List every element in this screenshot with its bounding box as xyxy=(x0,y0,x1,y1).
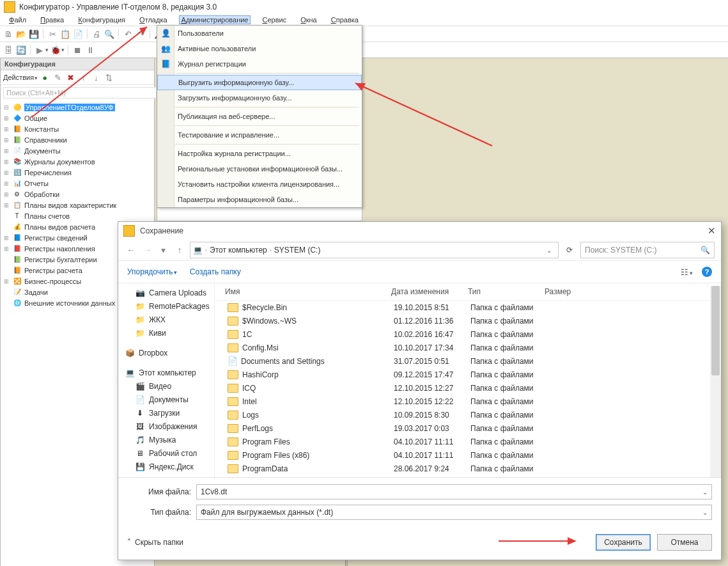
tree-row[interactable]: ⊞⚙Обработки xyxy=(1,189,154,200)
stop-icon[interactable]: ⏹ xyxy=(72,44,83,56)
close-icon[interactable]: ✕ xyxy=(708,225,716,237)
tree-row[interactable]: ⊞🔢Перечисления xyxy=(1,167,154,178)
file-row[interactable]: Config.Msi10.10.2017 17:34Папка с файлам… xyxy=(215,341,721,354)
col-size[interactable]: Размер xyxy=(545,287,596,296)
paste-icon[interactable]: 📄 xyxy=(72,28,84,40)
file-row[interactable]: Recovery01.06.2017 19:46Папка с файлами xyxy=(215,475,721,477)
add-icon[interactable]: ● xyxy=(39,72,50,83)
run-icon[interactable]: ▶ xyxy=(34,44,45,56)
sidebar-item[interactable]: 💾Яндекс.Диск xyxy=(118,460,214,473)
redo-icon[interactable]: ↷ xyxy=(135,28,146,40)
print-icon[interactable]: 🖨 xyxy=(91,28,102,40)
refresh-icon[interactable]: 🔄 xyxy=(15,44,27,56)
tree-row[interactable]: ⊞📄Документы xyxy=(1,145,154,156)
dd-item[interactable]: Параметры информационной базы... xyxy=(157,192,362,207)
filename-dropdown-icon[interactable]: ⌄ xyxy=(702,489,708,496)
dd-item[interactable]: Региональные установки информационной ба… xyxy=(157,161,362,177)
expand-icon[interactable]: ⊞ xyxy=(3,126,10,132)
sidebar-item[interactable]: 📄Документы xyxy=(118,393,214,406)
expand-icon[interactable]: ⊞ xyxy=(3,278,10,285)
back-icon[interactable]: ← xyxy=(125,245,137,255)
expand-icon[interactable]: ⊞ xyxy=(3,137,10,143)
file-row[interactable]: 1C10.02.2016 16:47Папка с файлами xyxy=(215,327,721,341)
dd-item[interactable]: 👤Пользователи xyxy=(157,26,362,41)
sidebar-item[interactable]: 💻Этот компьютер xyxy=(118,366,214,379)
tree-row[interactable]: ⊞📊Отчеты xyxy=(1,178,154,189)
sidebar-item[interactable]: ⬇Загрузки xyxy=(118,406,214,420)
dd-item[interactable]: 👥Активные пользователи xyxy=(157,41,362,56)
dd-item[interactable]: Публикация на веб-сервере... xyxy=(157,109,362,124)
sort-icon[interactable]: ⇅ xyxy=(103,72,114,83)
edit-icon[interactable]: ✎ xyxy=(52,72,63,83)
tree-row[interactable]: ⊞📗Справочники xyxy=(1,134,154,145)
new-icon[interactable]: 🗎 xyxy=(3,28,14,40)
menu-отладка[interactable]: Отладка xyxy=(137,15,170,24)
menu-администрирование[interactable]: Администрирование xyxy=(179,15,251,24)
sidebar-item[interactable]: 📁RemotePackages xyxy=(118,299,214,313)
compare-icon[interactable]: 🔍 xyxy=(104,28,115,40)
col-type[interactable]: Тип xyxy=(468,287,545,296)
organize-button[interactable]: Упорядочить ▾ xyxy=(127,267,177,276)
dd-item[interactable]: Тестирование и исправление... xyxy=(157,127,362,143)
expand-icon[interactable]: ⊞ xyxy=(3,246,10,252)
tree-row[interactable]: ⊟🟡УправлениеITОтделом8УФ xyxy=(1,102,154,113)
expand-icon[interactable]: ⊞ xyxy=(3,115,10,122)
help-icon[interactable]: ? xyxy=(702,267,712,277)
sidebar-item[interactable]: 📁ЖКХ xyxy=(118,313,214,326)
down-icon[interactable]: ↓ xyxy=(90,72,102,83)
menu-сервис[interactable]: Сервис xyxy=(259,15,289,24)
crumb-2[interactable]: SYSTEM (C:) xyxy=(274,246,321,255)
delete-icon[interactable]: ✖ xyxy=(65,72,76,83)
file-row[interactable]: ProgramData28.06.2017 9:24Папка с файлам… xyxy=(215,462,721,475)
db-icon[interactable]: 🗄 xyxy=(3,44,14,56)
up-icon[interactable]: ↑ xyxy=(77,72,89,83)
dd-item[interactable]: Установить настройки клиента лицензирова… xyxy=(157,177,362,192)
tree-row[interactable]: TПланы счетов xyxy=(1,210,154,221)
cut-icon[interactable]: ✂ xyxy=(47,28,58,40)
menu-правка[interactable]: Правка xyxy=(38,15,66,24)
up-folder-icon[interactable]: ↑ xyxy=(173,245,186,255)
sidebar-item[interactable]: 📦Dropbox xyxy=(118,346,214,359)
dialog-search[interactable]: Поиск: SYSTEM (C:) 🔍 xyxy=(580,242,715,258)
menu-окна[interactable]: Окна xyxy=(298,15,320,24)
open-icon[interactable]: 📂 xyxy=(15,28,27,40)
tree-row[interactable]: ⊞📙Константы xyxy=(1,123,154,134)
view-mode-button[interactable]: ☷ ▾ xyxy=(681,267,693,277)
sidebar-item[interactable]: 📷Camera Uploads xyxy=(118,286,214,299)
sidebar-item[interactable]: 📁Киви xyxy=(118,326,214,340)
crumb-1[interactable]: Этот компьютер xyxy=(210,246,267,255)
sidebar-item[interactable]: 🖼Изображения xyxy=(118,420,214,433)
expand-icon[interactable]: ⊞ xyxy=(3,180,10,187)
copy-icon[interactable]: 📋 xyxy=(59,28,71,40)
actions-dropdown[interactable]: Действия ▾ xyxy=(3,74,38,81)
expand-icon[interactable]: ⊞ xyxy=(3,159,10,165)
dd-item[interactable]: Загрузить информационную базу... xyxy=(157,90,362,106)
undo-icon[interactable]: ↶ xyxy=(122,28,134,40)
debug-icon[interactable]: 🐞 xyxy=(50,44,61,56)
col-name[interactable]: Имя xyxy=(215,287,391,296)
dd-item[interactable]: Выгрузить информационную базу... xyxy=(157,75,362,90)
filename-input[interactable]: 1Cv8.dt ⌄ xyxy=(196,484,712,499)
file-row[interactable]: PerfLogs19.03.2017 0:03Папка с файлами xyxy=(215,421,721,435)
file-row[interactable]: Program Files (x86)04.10.2017 11:11Папка… xyxy=(215,448,721,462)
file-row[interactable]: Program Files04.10.2017 11:11Папка с фай… xyxy=(215,435,721,448)
scrollbar[interactable] xyxy=(710,286,721,477)
dd-item[interactable]: 📘Журнал регистрации xyxy=(157,56,362,72)
expand-icon[interactable]: ⊞ xyxy=(3,169,10,176)
file-row[interactable]: HashiCorp09.12.2015 17:47Папка с файлами xyxy=(215,368,721,381)
expand-icon[interactable]: ⊞ xyxy=(3,202,10,208)
save-icon[interactable]: 💾 xyxy=(28,28,40,40)
history-dropdown[interactable]: ▾ xyxy=(157,245,169,255)
sidebar-item[interactable]: 🎬Видео xyxy=(118,379,214,393)
new-folder-button[interactable]: Создать папку xyxy=(190,267,241,276)
config-search[interactable]: Поиск (Ctrl+Alt+M) xyxy=(3,87,157,98)
file-row[interactable]: $Windows.~WS01.12.2016 11:36Папка с файл… xyxy=(215,314,721,327)
refresh-dialog-icon[interactable]: ⟳ xyxy=(562,246,577,255)
file-row[interactable]: Intel12.10.2015 12:22Папка с файлами xyxy=(215,395,721,408)
filetype-select[interactable]: Файл для выгружаемых данных (*.dt) ⌄ xyxy=(196,505,712,520)
file-row[interactable]: Logs10.09.2015 8:30Папка с файлами xyxy=(215,408,721,421)
cancel-button[interactable]: Отмена xyxy=(657,534,712,551)
crumb-dropdown-icon[interactable]: ⌄ xyxy=(543,247,555,254)
menu-справка[interactable]: Справка xyxy=(329,15,361,24)
file-row[interactable]: 📄Documents and Settings31.07.2015 0:51Па… xyxy=(215,354,721,368)
